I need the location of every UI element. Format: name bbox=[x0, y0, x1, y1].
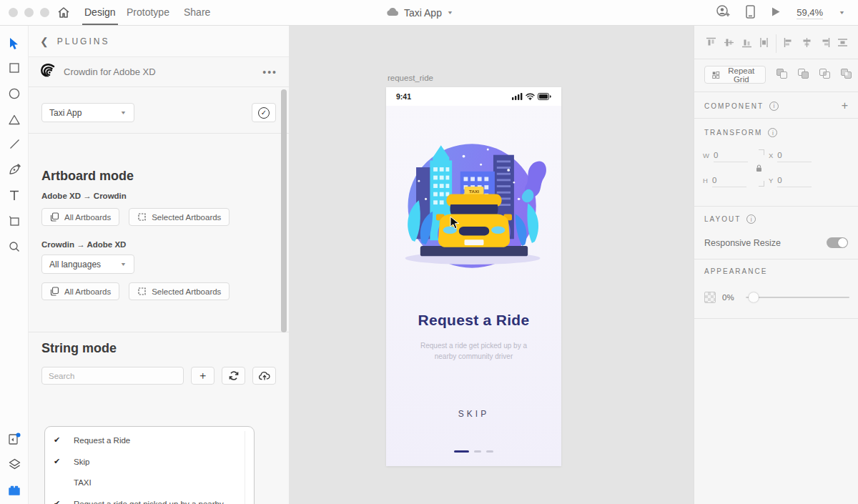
plugin-title: Crowdin for Adobe XD bbox=[64, 66, 255, 77]
zoom-chevron-icon[interactable]: ▼ bbox=[839, 10, 845, 16]
repeat-grid-button[interactable]: Repeat Grid bbox=[704, 66, 766, 84]
opacity-slider[interactable] bbox=[746, 292, 849, 302]
languages-select[interactable]: All languages ▼ bbox=[41, 255, 134, 274]
polygon-tool[interactable] bbox=[0, 110, 29, 129]
string-text: Request a ride get picked up by a nearby… bbox=[74, 498, 247, 504]
divider bbox=[29, 133, 289, 134]
confirm-project-button[interactable]: ✓ bbox=[252, 103, 276, 122]
transform-section-header: TRANSFORM i bbox=[704, 128, 777, 137]
titlebar: Design Prototype Share Taxi App ▼ 59,4% … bbox=[0, 0, 858, 26]
responsive-resize-label: Responsive Resize bbox=[704, 238, 781, 248]
plugins-panel: ❮ PLUGINS Crowdin for Adobe XD ••• Taxi … bbox=[29, 26, 290, 504]
play-preview-icon[interactable] bbox=[771, 6, 781, 20]
selected-artboards-download-button[interactable]: Selected Artboards bbox=[129, 282, 230, 300]
distribute-vertical-icon[interactable] bbox=[759, 37, 769, 51]
window-minimize-button[interactable] bbox=[24, 8, 34, 17]
line-tool[interactable] bbox=[0, 134, 29, 153]
stack-icon bbox=[50, 287, 59, 296]
plugins-panel-icon[interactable] bbox=[0, 430, 29, 448]
plugin-body: Taxi App ▼ ✓ Artboard mode Adobe XD → Cr… bbox=[29, 87, 289, 504]
divider bbox=[694, 92, 858, 92]
select-tool[interactable] bbox=[0, 34, 29, 53]
plugins-panel-header: ❮ PLUGINS bbox=[29, 26, 289, 57]
artboard-request-ride[interactable]: 9:41 bbox=[386, 87, 561, 466]
responsive-resize-toggle[interactable] bbox=[827, 237, 848, 248]
refresh-strings-button[interactable] bbox=[222, 367, 245, 385]
skip-button[interactable]: SKIP bbox=[386, 409, 561, 419]
component-label: COMPONENT bbox=[704, 102, 764, 110]
chevron-down-icon: ▼ bbox=[120, 110, 127, 116]
align-horizontal-center-icon[interactable] bbox=[802, 37, 812, 51]
screen-subtitle: Request a ride get picked up by a nearby… bbox=[386, 340, 561, 362]
divider bbox=[694, 259, 858, 260]
refresh-icon bbox=[229, 371, 239, 380]
zoom-level[interactable]: 59,4% bbox=[797, 7, 823, 19]
upload-strings-button[interactable] bbox=[252, 367, 276, 385]
invite-user-icon[interactable] bbox=[716, 5, 730, 21]
divider bbox=[694, 206, 858, 207]
list-item[interactable]: ✔ Request a Ride bbox=[45, 427, 254, 451]
width-field[interactable]: 0 bbox=[714, 151, 748, 162]
home-icon[interactable] bbox=[57, 6, 70, 21]
boolean-subtract-icon[interactable] bbox=[797, 68, 809, 82]
all-artboards-download-button[interactable]: All Artboards bbox=[41, 282, 119, 300]
ellipse-tool[interactable] bbox=[0, 84, 29, 103]
artboard-tool[interactable] bbox=[0, 212, 29, 230]
list-scroll-track bbox=[245, 431, 245, 504]
panel-scrollbar[interactable] bbox=[281, 89, 287, 332]
window-zoom-button[interactable] bbox=[40, 8, 49, 17]
search-input[interactable] bbox=[41, 367, 184, 385]
strings-list: ✔ Request a Ride ✔ Skip TAXI ✔ Request a… bbox=[44, 426, 255, 504]
y-field[interactable]: 0 bbox=[777, 176, 812, 187]
chevron-down-icon: ▼ bbox=[447, 10, 453, 16]
tab-share[interactable]: Share bbox=[184, 0, 210, 25]
document-switcher[interactable]: Taxi App ▼ bbox=[386, 0, 453, 26]
list-item[interactable]: ✔ Skip bbox=[45, 451, 254, 473]
all-artboards-button[interactable]: All Artboards bbox=[41, 208, 119, 226]
window-close-button[interactable] bbox=[9, 8, 18, 17]
info-icon[interactable]: i bbox=[746, 214, 756, 224]
info-icon[interactable]: i bbox=[769, 102, 779, 111]
height-field[interactable]: 0 bbox=[712, 176, 746, 187]
align-bottom-icon[interactable] bbox=[741, 37, 752, 51]
more-options-icon[interactable]: ••• bbox=[262, 66, 277, 78]
align-top-icon[interactable] bbox=[706, 37, 716, 51]
checkmark-icon: ✔ bbox=[54, 498, 74, 504]
screen-title: Request a Ride bbox=[386, 312, 561, 329]
opacity-value[interactable]: 0% bbox=[722, 293, 739, 302]
add-string-button[interactable]: ＋ bbox=[191, 367, 214, 385]
device-preview-icon[interactable] bbox=[746, 5, 755, 21]
boolean-add-icon[interactable] bbox=[776, 68, 788, 82]
check-circle-icon: ✓ bbox=[258, 107, 270, 119]
align-vertical-center-icon[interactable] bbox=[724, 37, 734, 51]
lock-aspect-control[interactable] bbox=[750, 149, 766, 187]
zoom-tool[interactable] bbox=[0, 237, 29, 256]
slider-knob[interactable] bbox=[749, 292, 759, 302]
selected-artboards-button[interactable]: Selected Artboards bbox=[129, 208, 230, 226]
info-icon[interactable]: i bbox=[768, 128, 777, 137]
list-item[interactable]: ✔ Request a ride get picked up by a near… bbox=[45, 493, 254, 504]
layers-icon[interactable] bbox=[0, 455, 29, 473]
distribute-horizontal-icon[interactable] bbox=[837, 37, 848, 51]
x-field[interactable]: 0 bbox=[777, 151, 812, 162]
align-right-icon[interactable] bbox=[819, 37, 830, 51]
align-left-icon[interactable] bbox=[784, 37, 794, 51]
component-section: COMPONENT i + bbox=[704, 99, 849, 112]
canvas[interactable]: request_ride 9:41 bbox=[290, 26, 694, 504]
rectangle-tool[interactable] bbox=[0, 59, 29, 77]
back-chevron-icon[interactable]: ❮ bbox=[40, 36, 49, 47]
page-indicator bbox=[386, 450, 561, 453]
project-select[interactable]: Taxi App ▼ bbox=[41, 103, 134, 122]
tab-design[interactable]: Design bbox=[84, 0, 116, 25]
list-item[interactable]: TAXI bbox=[45, 472, 254, 493]
align-toolbar bbox=[700, 34, 855, 53]
text-tool[interactable] bbox=[0, 186, 29, 204]
tab-prototype[interactable]: Prototype bbox=[127, 0, 169, 25]
plugin-manager-icon[interactable] bbox=[0, 480, 29, 499]
pen-tool[interactable] bbox=[0, 160, 29, 179]
appearance-section-header: APPEARANCE bbox=[704, 267, 767, 275]
add-component-icon[interactable]: + bbox=[842, 99, 849, 112]
artboard-name[interactable]: request_ride bbox=[388, 74, 433, 82]
boolean-intersect-icon[interactable] bbox=[819, 68, 831, 82]
boolean-exclude-icon[interactable] bbox=[840, 68, 852, 82]
